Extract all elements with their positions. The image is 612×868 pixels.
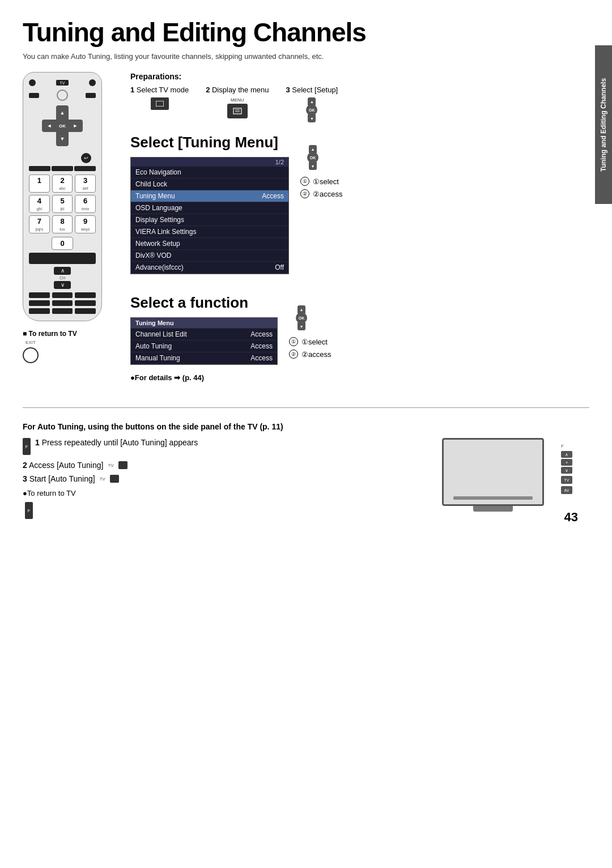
- remote-color-btn-5[interactable]: [52, 300, 73, 306]
- menu-button-icon: [227, 104, 248, 118]
- bottom-section: For Auto Tuning, using the buttons on th…: [23, 422, 589, 519]
- remote-color-btn-2[interactable]: [52, 292, 73, 298]
- remote-return-btn[interactable]: [81, 153, 91, 163]
- prep-step-2: 2 Display the menu MENU: [206, 86, 269, 118]
- num-2[interactable]: 2abc: [52, 175, 73, 193]
- menu-item-tuning[interactable]: Tuning Menu Access: [131, 190, 288, 202]
- remote-dot-2: [89, 79, 96, 86]
- ch-updown: ∧ CH ∨: [29, 267, 96, 289]
- num-8[interactable]: 8tuv: [52, 215, 73, 233]
- panel-av-btn[interactable]: AV: [561, 486, 572, 494]
- prep-step-1-label: 1 Select TV mode: [130, 86, 189, 94]
- menu-text-label: MENU: [231, 97, 244, 103]
- remote-black-btn[interactable]: [29, 253, 96, 264]
- function-menu-header: Tuning Menu: [131, 318, 277, 329]
- circle-2b: ②: [289, 350, 298, 359]
- circle-2: ②: [300, 189, 309, 198]
- select-function-section: Select a function Tuning Menu Channel Li…: [130, 294, 589, 382]
- for-details: ●For details ➡ (p. 44): [130, 373, 278, 382]
- remote-wide-btn-2[interactable]: [52, 166, 73, 171]
- tv-side-panel-image: F ∧ + ∨ TV AV: [442, 438, 544, 512]
- num-0[interactable]: 0: [52, 237, 74, 250]
- auto-step-2: 2 Access [Auto Tuning] TV: [23, 461, 425, 470]
- remote-btn-2[interactable]: [86, 93, 96, 98]
- svg-rect-0: [156, 101, 164, 107]
- num-9[interactable]: 9wxyz: [75, 215, 96, 233]
- tv-stand-base: [473, 506, 513, 512]
- function-item-auto-tuning[interactable]: Auto Tuning Access: [131, 341, 277, 352]
- remote-tv-btn[interactable]: TV: [56, 80, 69, 86]
- function-item-channel-list[interactable]: Channel List Edit Access: [131, 329, 277, 341]
- tv-label-3: TV: [100, 476, 105, 482]
- tv-screen: [442, 438, 544, 506]
- prep-step-3-label: 3 Select [Setup]: [286, 86, 338, 94]
- remote-wide-btn-1[interactable]: [29, 166, 50, 171]
- remote-bottom-rows: [29, 292, 96, 314]
- remote-btn-1[interactable]: [29, 93, 39, 98]
- function-annotation: ▲ ▼ OK ① ①select ② ②access: [289, 305, 331, 359]
- remote-color-btn-9[interactable]: [75, 308, 96, 314]
- dpad[interactable]: ▲ ◄ OK ► ▼: [42, 105, 83, 146]
- tv-mode-icon: [151, 97, 169, 110]
- auto-step-1: F 1 Press repeatedly until [Auto Tuning]…: [23, 438, 425, 455]
- num-6[interactable]: 6mno: [75, 195, 96, 213]
- ch-down[interactable]: ∨: [54, 281, 71, 289]
- num-7[interactable]: 7pqrs: [29, 215, 50, 233]
- exit-button[interactable]: [23, 347, 39, 363]
- remote-color-btn-1[interactable]: [29, 292, 50, 298]
- panel-down-btn[interactable]: ∨: [561, 467, 572, 474]
- remote-dot-1: [29, 79, 36, 86]
- panel-plus-btn[interactable]: +: [561, 459, 572, 466]
- arrow-btns: ∧ + ∨: [561, 451, 572, 474]
- num-3[interactable]: 3def: [75, 175, 96, 193]
- hr-divider: [23, 407, 589, 408]
- prep-step-3: 3 Select [Setup] ▲ ▼ OK: [286, 86, 338, 122]
- remote-wide-btn-3[interactable]: [74, 166, 96, 171]
- remote-color-btn-7[interactable]: [29, 308, 50, 314]
- f-btn-indicator-bottom: F: [25, 502, 33, 519]
- menu-item-eco: Eco Navigation: [131, 167, 288, 178]
- ok-nav-annotation: ▲ ▼ OK: [300, 145, 325, 170]
- preparations: Preparations: 1 Select TV mode 2 Display…: [130, 72, 589, 122]
- f-btn-indicator-1: F: [23, 438, 31, 455]
- auto-step-1-text: 1 Press repeatedly until [Auto Tuning] a…: [35, 438, 198, 447]
- remote-body: TV ▲ ◄ OK ► ▼: [23, 72, 102, 321]
- svg-rect-1: [233, 108, 241, 114]
- select-tuning-menu-title: Select [Tuning Menu]: [130, 134, 289, 151]
- auto-tuning-steps: F 1 Press repeatedly until [Auto Tuning]…: [23, 438, 425, 519]
- remote-color-btn-6[interactable]: [75, 300, 96, 306]
- panel-f-label: F: [561, 444, 564, 449]
- annotation-access-2: ② ②access: [289, 350, 331, 359]
- menu-item-display: Display Settings: [131, 214, 288, 226]
- panel-tv-btn[interactable]: TV: [561, 476, 572, 484]
- auto-step-3: 3 Start [Auto Tuning] TV: [23, 474, 425, 483]
- remote-color-btn-4[interactable]: [29, 300, 50, 306]
- ch-up[interactable]: ∧: [54, 267, 71, 275]
- tuning-menu-screen: 1/2 Eco Navigation Child Lock Tuning Men…: [130, 157, 289, 274]
- prep-step-1: 1 Select TV mode: [130, 86, 189, 110]
- function-menu-screen: Tuning Menu Channel List Edit Access Aut…: [130, 317, 278, 365]
- select-tuning-menu-section: Select [Tuning Menu] 1/2 Eco Navigation …: [130, 134, 589, 283]
- function-item-manual-tuning[interactable]: Manual Tuning Access: [131, 352, 277, 364]
- remote-control: TV ▲ ◄ OK ► ▼: [23, 72, 113, 393]
- return-to-tv-bullet: ●To return to TV: [23, 489, 425, 497]
- select-annotation: ▲ ▼ OK ① ①select ② ②access: [300, 145, 342, 198]
- remote-circle-1: [57, 90, 68, 101]
- side-panel-btn-group: F ∧ + ∨ TV AV: [561, 444, 572, 494]
- num-1[interactable]: 1: [29, 175, 50, 193]
- remote-color-btn-3[interactable]: [75, 292, 96, 298]
- menu-item-divx: DivX® VOD: [131, 250, 288, 262]
- return-to-tv-section: ■ To return to TV EXIT: [23, 330, 113, 363]
- annotation-access: ② ②access: [300, 189, 342, 198]
- return-to-tv-label: ■ To return to TV: [23, 330, 113, 338]
- menu-item-childlock: Child Lock: [131, 178, 288, 190]
- num-4[interactable]: 4ghi: [29, 195, 50, 213]
- ok-nav-annotation-2: ▲ ▼ OK: [289, 305, 314, 330]
- prep-steps: 1 Select TV mode 2 Display the menu MENU: [130, 86, 589, 122]
- remote-color-btn-8[interactable]: [52, 308, 73, 314]
- dpad-ok[interactable]: OK: [54, 118, 70, 134]
- tv-btn-3: [110, 475, 119, 483]
- panel-up-btn[interactable]: ∧: [561, 451, 572, 458]
- num-5[interactable]: 5jkl: [52, 195, 73, 213]
- subtitle: You can make Auto Tuning, listing your f…: [23, 52, 589, 61]
